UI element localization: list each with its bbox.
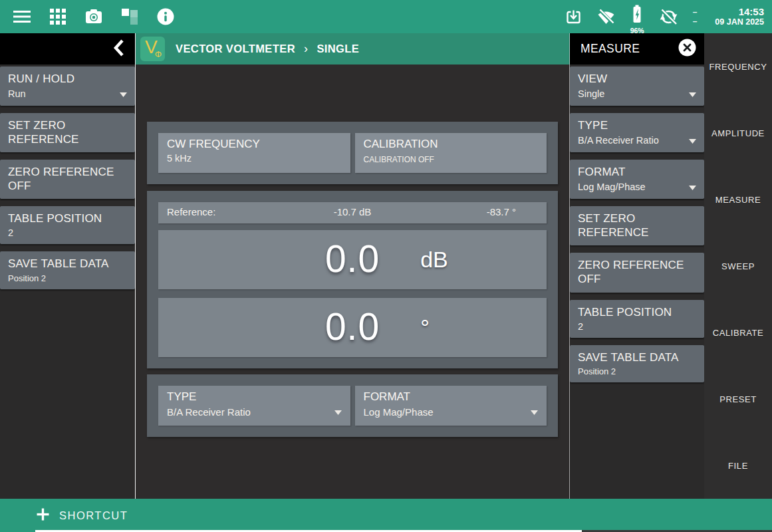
run-hold-button[interactable]: RUN / HOLD Run bbox=[0, 66, 135, 106]
top-status-bar: 96% – – 14:53 09 JAN 2025 bbox=[0, 0, 772, 33]
button-title: TABLE POSITION bbox=[8, 211, 127, 225]
bottom-shortcut-bar: SHORTCUT bbox=[0, 499, 772, 532]
breadcrumb-root[interactable]: VECTOR VOLTMETER bbox=[176, 43, 295, 55]
set-zero-reference-button[interactable]: SET ZERO REFERENCE bbox=[0, 113, 135, 152]
format-value: Log Mag/Phase bbox=[364, 406, 434, 418]
cw-frequency-button[interactable]: CW FREQUENCY 5 kHz bbox=[158, 133, 350, 173]
left-panel-buttons: RUN / HOLD Run SET ZERO REFERENCE ZERO R… bbox=[0, 65, 135, 289]
breadcrumb-current[interactable]: SINGLE bbox=[317, 43, 359, 55]
button-value: Log Mag/Phase bbox=[578, 182, 646, 192]
instrument-screen: 96% – – 14:53 09 JAN 2025 RUN / HOLD bbox=[0, 0, 772, 532]
panel-divider bbox=[135, 33, 136, 499]
button-title: SET ZERO REFERENCE bbox=[578, 211, 661, 239]
measure-panel: MEASURE VIEW Single TYPE B/A Receiver Ra… bbox=[570, 33, 704, 499]
button-title: RUN / HOLD bbox=[8, 72, 127, 86]
camera-icon[interactable] bbox=[85, 9, 102, 25]
clock: 14:53 09 JAN 2025 bbox=[715, 6, 764, 27]
button-title: ZERO REFERENCE OFF bbox=[578, 258, 688, 286]
button-value: Position 2 bbox=[8, 273, 46, 283]
left-function-panel: RUN / HOLD Run SET ZERO REFERENCE ZERO R… bbox=[0, 33, 135, 499]
button-title: TYPE bbox=[578, 118, 696, 132]
chevron-left-icon bbox=[112, 39, 126, 60]
type-title: TYPE bbox=[167, 390, 342, 404]
button-value: 2 bbox=[8, 227, 13, 238]
close-panel-button[interactable] bbox=[678, 39, 696, 59]
type-dropdown[interactable]: TYPE B/A Receiver Ratio bbox=[158, 386, 350, 426]
calibration-title: CALIBRATION bbox=[364, 138, 539, 151]
measure-panel-buttons: VIEW Single TYPE B/A Receiver Ratio FORM… bbox=[570, 65, 704, 382]
battery-indicator[interactable]: 96% bbox=[630, 5, 644, 35]
info-icon[interactable] bbox=[157, 8, 174, 25]
menu-icon[interactable] bbox=[13, 10, 31, 23]
button-title: TABLE POSITION bbox=[578, 305, 696, 319]
clock-time: 14:53 bbox=[715, 6, 764, 17]
button-value: 2 bbox=[578, 321, 583, 332]
zero-reference-off-button[interactable]: ZERO REFERENCE OFF bbox=[0, 160, 135, 199]
phase-unit: ° bbox=[420, 315, 430, 340]
button-value: B/A Receiver Ratio bbox=[578, 135, 659, 146]
zero-reference-off-button[interactable]: ZERO REFERENCE OFF bbox=[570, 253, 704, 292]
status-dash-top: – bbox=[693, 9, 698, 15]
topbar-right-icons: 96% – – 14:53 09 JAN 2025 bbox=[565, 0, 772, 35]
dropdown-caret-icon bbox=[689, 181, 696, 193]
collapse-panel-button[interactable] bbox=[0, 33, 135, 65]
windows-icon[interactable] bbox=[122, 9, 138, 25]
reference-readout: Reference: -10.7 dB -83.7 ° bbox=[158, 202, 547, 223]
main-area: V Φ VECTOR VOLTMETER › SINGLE CW FREQUEN… bbox=[135, 33, 570, 499]
table-position-button[interactable]: TABLE POSITION 2 bbox=[0, 206, 135, 244]
format-dropdown-button[interactable]: FORMAT Log Mag/Phase bbox=[570, 160, 704, 199]
nav-item-sweep[interactable]: SWEEP bbox=[704, 233, 772, 299]
battery-icon bbox=[632, 5, 642, 26]
table-position-button[interactable]: TABLE POSITION 2 bbox=[570, 300, 704, 338]
phase-value: 0.0 bbox=[158, 307, 547, 346]
app-header: V Φ VECTOR VOLTMETER › SINGLE bbox=[135, 33, 570, 65]
status-dashes: – – bbox=[693, 9, 698, 24]
logo-phi: Φ bbox=[155, 49, 162, 59]
add-shortcut-button[interactable]: SHORTCUT bbox=[37, 508, 128, 523]
right-nav-rail: FREQUENCY AMPLITUDE MEASURE SWEEP CALIBR… bbox=[704, 33, 772, 499]
format-dropdown[interactable]: FORMAT Log Mag/Phase bbox=[355, 386, 547, 426]
dropdown-caret-icon bbox=[689, 134, 696, 146]
save-table-data-button[interactable]: SAVE TABLE DATA Position 2 bbox=[0, 251, 135, 289]
reference-magnitude: -10.7 dB bbox=[334, 206, 372, 217]
set-zero-reference-button[interactable]: SET ZERO REFERENCE bbox=[570, 206, 704, 245]
nav-item-measure[interactable]: MEASURE bbox=[704, 166, 772, 233]
magnitude-value: 0.0 bbox=[158, 239, 547, 279]
dropdown-caret-icon bbox=[531, 406, 538, 418]
dropdown-caret-icon bbox=[689, 88, 696, 100]
plus-icon bbox=[37, 508, 49, 523]
nav-item-calibrate[interactable]: CALIBRATE bbox=[704, 299, 772, 366]
phase-readout: 0.0 ° bbox=[158, 298, 547, 357]
button-title: FORMAT bbox=[578, 165, 696, 179]
close-icon bbox=[678, 39, 696, 59]
type-format-panel: TYPE B/A Receiver Ratio FORMAT Log Mag/P… bbox=[147, 374, 558, 437]
panel-divider bbox=[569, 33, 570, 499]
nav-item-amplitude[interactable]: AMPLITUDE bbox=[704, 100, 772, 166]
settings-panel: CW FREQUENCY 5 kHz CALIBRATION CALIBRATI… bbox=[147, 122, 558, 184]
magnitude-readout: 0.0 dB bbox=[158, 230, 547, 289]
button-title: ZERO REFERENCE OFF bbox=[8, 165, 118, 193]
measurement-view: CW FREQUENCY 5 kHz CALIBRATION CALIBRATI… bbox=[135, 65, 570, 499]
view-dropdown-button[interactable]: VIEW Single bbox=[570, 66, 704, 106]
type-value: B/A Receiver Ratio bbox=[167, 406, 251, 418]
type-dropdown-button[interactable]: TYPE B/A Receiver Ratio bbox=[570, 113, 704, 152]
nav-item-file[interactable]: FILE bbox=[704, 432, 772, 499]
format-title: FORMAT bbox=[364, 390, 539, 404]
save-screenshot-icon[interactable] bbox=[565, 9, 582, 25]
button-value: Run bbox=[8, 88, 26, 99]
wifi-off-icon[interactable] bbox=[597, 8, 615, 25]
breadcrumb: VECTOR VOLTMETER › SINGLE bbox=[176, 42, 359, 56]
measure-panel-title: MEASURE bbox=[580, 42, 678, 56]
save-table-data-button[interactable]: SAVE TABLE DATA Position 2 bbox=[570, 345, 704, 382]
button-value: Single bbox=[578, 88, 604, 99]
calibration-button[interactable]: CALIBRATION CALIBRATION OFF bbox=[355, 133, 547, 173]
reference-phase: -83.7 ° bbox=[487, 206, 516, 217]
measure-panel-header: MEASURE bbox=[570, 33, 704, 65]
cw-frequency-value: 5 kHz bbox=[167, 153, 342, 164]
nav-item-frequency[interactable]: FREQUENCY bbox=[704, 33, 772, 100]
apps-grid-icon[interactable] bbox=[50, 9, 66, 25]
dropdown-caret-icon bbox=[120, 88, 127, 100]
sync-off-icon[interactable] bbox=[660, 8, 678, 26]
magnitude-unit: dB bbox=[420, 247, 448, 273]
nav-item-preset[interactable]: PRESET bbox=[704, 366, 772, 432]
